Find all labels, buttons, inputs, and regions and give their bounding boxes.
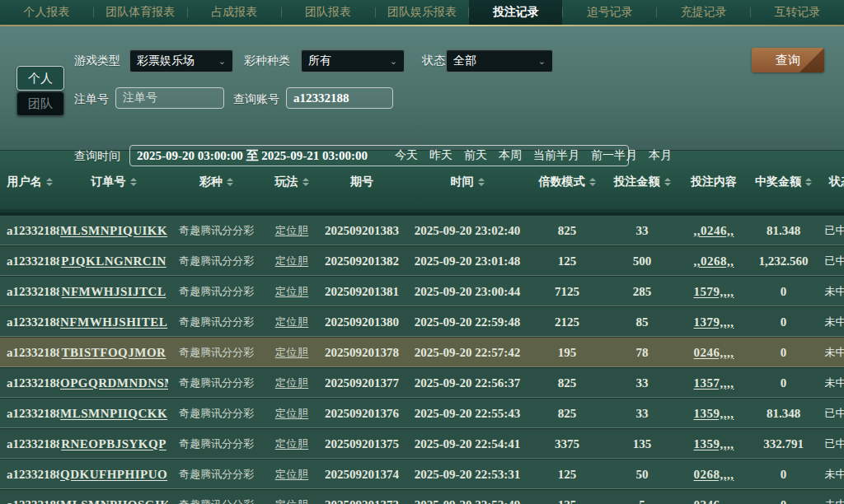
search-button[interactable]: 查询 [752, 48, 824, 72]
cell-status: 已中奖 [819, 428, 844, 459]
nav-tab-3[interactable]: 占成报表 [188, 0, 281, 25]
cell-content-link[interactable]: ,,0268,, [694, 254, 734, 268]
column-label-content: 投注内容 [691, 175, 737, 189]
cell-period: 202509201383 [319, 215, 405, 245]
cell-play-link[interactable]: 定位胆 [275, 315, 309, 328]
quick-range-1[interactable]: 今天 [395, 148, 418, 163]
cell-lottery: 奇趣腾讯分分彩 [179, 346, 254, 358]
cell-time: 2025-09-20 23:02:40 [405, 215, 530, 245]
cell-amount: 500 [633, 254, 652, 268]
cell-order_no-link[interactable]: PJQKLNGNRCIN [61, 254, 166, 268]
sort-carets-icon[interactable] [664, 178, 671, 186]
cell-status: 未中奖 [825, 285, 844, 297]
sort-carets-icon[interactable] [46, 178, 53, 186]
lottery-type-select[interactable]: 所有 ⌄ [301, 49, 405, 72]
cell-order_no-link[interactable]: TBISTFOQJMOR [62, 346, 166, 359]
cell-status: 未中奖 [825, 346, 844, 358]
table-row: a12332188TBISTFOQJMOR奇趣腾讯分分彩定位胆202509201… [0, 337, 844, 367]
column-label-order_no: 订单号 [91, 175, 126, 189]
cell-play-link[interactable]: 定位胆 [275, 224, 309, 236]
column-label-period: 期号 [350, 175, 373, 189]
cell-play-link[interactable]: 定位胆 [275, 285, 309, 297]
sort-carets-icon[interactable] [478, 178, 485, 186]
cell-content-link[interactable]: 0246,,,, [694, 346, 734, 359]
nav-tab-7[interactable]: 追号记录 [563, 0, 656, 25]
quick-range-6[interactable]: 前一半月 [591, 148, 637, 163]
cell-order_no-link[interactable]: NFMWHJSHITEL [60, 315, 167, 329]
quick-range-7[interactable]: 本月 [649, 148, 672, 163]
cell-play-link[interactable]: 定位胆 [275, 346, 309, 358]
nav-tab-5[interactable]: 团队娱乐报表 [376, 0, 469, 25]
cell-content-link[interactable]: 1359,,,, [694, 407, 734, 420]
cell-order_no: PJQKLNGNRCIN [59, 245, 168, 276]
nav-tab-9[interactable]: 互转记录 [751, 0, 844, 25]
cell-play-link[interactable]: 定位胆 [275, 437, 309, 450]
cell-order_no-link[interactable]: MLSMNPIQUIKK [60, 224, 167, 237]
cell-win: 332.791 [748, 428, 819, 459]
cell-order_no-link[interactable]: QDKUFHPHIPUO [60, 468, 167, 481]
cell-user: a12332188 [0, 337, 59, 367]
cell-amount: 33 [636, 407, 649, 420]
cell-user: a12332188 [7, 376, 59, 390]
cell-play-link[interactable]: 定位胆 [275, 376, 309, 389]
cell-time: 2025-09-20 23:01:48 [415, 254, 521, 268]
order-no-input[interactable]: 注单号 [115, 87, 224, 109]
cell-status: 已中奖 [819, 215, 844, 245]
cell-content-link[interactable]: 1379,,,, [694, 315, 734, 329]
cell-content-link[interactable]: 0268,,,, [694, 468, 734, 481]
cell-order_no-link[interactable]: NFMWHJSIJTCL [62, 285, 166, 298]
cell-order_no-link[interactable]: OPGQRDMNDNSM [60, 376, 168, 390]
scope-personal-button[interactable]: 个人 [16, 66, 64, 91]
chevron-down-icon: ⌄ [218, 56, 226, 67]
column-header-win[interactable]: 中奖金额 [748, 151, 819, 215]
status-label: 状态 [422, 54, 445, 68]
column-label-lottery: 彩种 [199, 175, 223, 189]
nav-tab-8[interactable]: 充提记录 [657, 0, 750, 25]
nav-tab-2[interactable]: 团队体育报表 [94, 0, 187, 25]
column-label-amount: 投注金额 [614, 175, 660, 189]
quick-range-3[interactable]: 前天 [464, 148, 487, 163]
cell-multiple: 825 [530, 367, 604, 398]
nav-tab-4[interactable]: 团队报表 [282, 0, 375, 25]
nav-tab-6[interactable]: 投注记录 [469, 0, 562, 25]
cell-user: a12332188 [7, 254, 59, 268]
cell-play-link[interactable]: 定位胆 [275, 468, 309, 480]
cell-play-link[interactable]: 定位胆 [275, 498, 309, 504]
cell-content-link[interactable]: ,,0246,, [694, 224, 734, 237]
cell-order_no-link[interactable]: RNEOPBJSYKQP [61, 437, 166, 450]
cell-status: 未中奖 [819, 276, 844, 306]
status-select[interactable]: 全部 ⌄ [446, 49, 553, 72]
cell-order_no-link[interactable]: MLSMNPIIQCKK [60, 407, 167, 420]
sort-carets-icon[interactable] [589, 178, 596, 186]
scope-team-button[interactable]: 团队 [16, 91, 64, 116]
sort-carets-icon[interactable] [805, 178, 812, 186]
account-input[interactable]: a12332188 [286, 87, 393, 109]
cell-order_no-link[interactable]: MLSMNPHOSGIK [60, 498, 168, 504]
time-range-box[interactable]: 2025-09-20 03:00:00 至 2025-09-21 03:00:0… [129, 145, 629, 166]
sort-carets-icon[interactable] [302, 178, 309, 186]
cell-time: 2025-09-20 22:59:48 [405, 306, 530, 337]
button-corner-fold [799, 48, 824, 72]
column-header-user[interactable]: 用户名 [0, 151, 59, 215]
cell-period: 202509201374 [325, 468, 399, 481]
quick-range-5[interactable]: 当前半月 [533, 148, 579, 163]
cell-content-link[interactable]: 1357,,,, [694, 376, 734, 390]
cell-play-link[interactable]: 定位胆 [275, 407, 309, 419]
cell-win: 81.348 [748, 398, 819, 428]
cell-order_no: MLSMNPHOSGIK [59, 489, 168, 504]
cell-multiple: 825 [558, 376, 577, 390]
game-type-select[interactable]: 彩票娱乐场 ⌄ [129, 49, 233, 72]
cell-period: 202509201377 [325, 376, 399, 390]
nav-tab-1[interactable]: 个人报表 [0, 0, 93, 25]
sort-carets-icon[interactable] [130, 178, 137, 186]
cell-content-link[interactable]: 0246,,,, [694, 498, 734, 504]
quick-range-2[interactable]: 昨天 [429, 148, 452, 163]
cell-content-link[interactable]: 1359,,,, [694, 437, 734, 450]
cell-play-link[interactable]: 定位胆 [275, 254, 309, 267]
time-range-value: 2025-09-20 03:00:00 至 2025-09-21 03:00:0… [137, 148, 384, 164]
cell-content-link[interactable]: 1579,,,, [694, 285, 734, 298]
cell-win: 81.348 [748, 215, 819, 245]
quick-range-4[interactable]: 本周 [499, 148, 522, 163]
sort-carets-icon[interactable] [227, 178, 233, 186]
cell-order_no: RNEOPBJSYKQP [59, 428, 168, 459]
